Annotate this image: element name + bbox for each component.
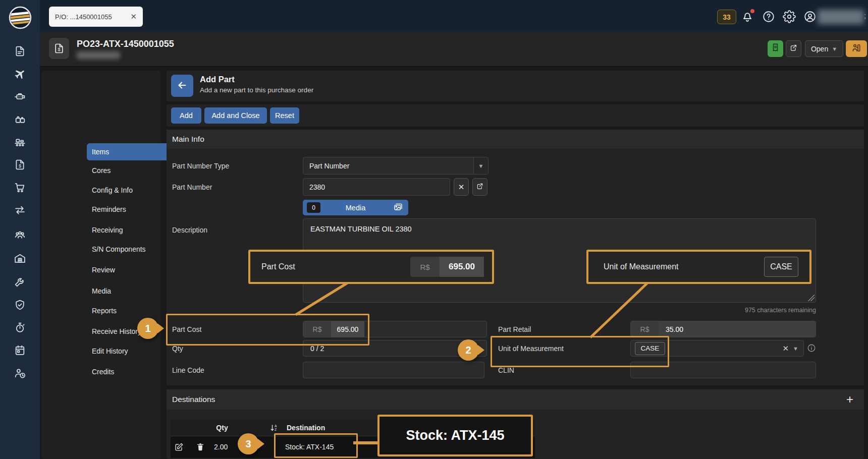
tab-purchase-order[interactable]: P/O: ...1450001055 ✕ [49,7,143,27]
sidebar-item-timers[interactable] [0,318,40,338]
nav-label: Edit History [92,347,128,355]
part-number-type-value: Part Number [309,162,349,170]
callout-part-cost-label: Part Cost [261,262,295,271]
bell-icon[interactable] [740,10,754,24]
chevron-down-icon: ▼ [832,46,837,52]
add-and-close-button[interactable]: Add and Close [204,107,267,124]
engine-icon [14,90,26,105]
nav-label: Reports [92,307,117,315]
handoff-button[interactable] [846,40,867,57]
part-cost-value: 695.00 [331,321,364,337]
redacted-subtitle [77,51,120,59]
purchase-order-doc-icon: $ [49,38,69,59]
sidebar-item-compliance[interactable] [0,296,40,316]
svg-text:$: $ [58,47,60,52]
sidebar-item-engines[interactable] [0,87,40,107]
open-dropdown-button[interactable]: Open▼ [805,40,843,57]
app-logo[interactable] [9,6,32,29]
open-external-button[interactable] [786,40,801,57]
qty-value: 0 / 2 [310,345,324,353]
people-icon [14,229,26,244]
shield-check-icon [14,299,26,313]
destinations-section-header: Destinations + [167,389,864,410]
uom-select[interactable]: CASE ✕ ▼ [630,340,804,357]
back-button[interactable] [171,75,193,97]
info-icon[interactable] [807,343,816,353]
callout-part-cost-value: 695.00 [440,257,484,277]
user-account-icon[interactable] [803,10,817,23]
callout-uom-label: Unit of Measurement [604,262,679,271]
sidebar-item-packages[interactable] [0,110,40,130]
sidebar-item-documents[interactable] [0,42,40,62]
media-button-label: Media [346,204,366,212]
stopwatch-icon [14,321,26,336]
wrench-icon [14,275,26,290]
help-icon[interactable] [762,10,775,23]
chevron-down-icon[interactable]: ▼ [793,346,798,352]
file-icon [14,45,26,60]
chevron-down-icon[interactable]: ▼ [473,157,488,174]
destination-column-header[interactable]: Destination [287,424,325,432]
edit-icon[interactable] [174,442,184,454]
trash-icon[interactable] [196,442,205,453]
cut-off-text: ; [864,11,866,20]
line-code-input[interactable] [303,362,484,378]
nav-label: Receive History [92,327,141,335]
panel-title: Add Part [200,75,235,84]
gear-icon[interactable] [783,10,796,23]
resize-grip[interactable] [808,295,815,301]
sidebar-item-people[interactable] [0,226,40,246]
media-button[interactable]: 0 Media [303,200,408,215]
part-retail-input[interactable]: R$ 35.00 [630,321,816,337]
add-button[interactable]: Add [171,107,201,124]
person-time-icon [14,367,26,381]
sidebar-item-calendar[interactable] [0,341,40,361]
sidebar-item-transfers[interactable] [0,201,40,221]
part-cost-input[interactable]: R$ 695.00 [303,321,487,337]
characters-remaining: 975 characters remaining [606,307,816,314]
nav-label: Credits [92,368,114,376]
description-label: Description [172,226,207,234]
packages-icon [14,113,26,128]
line-code-label: Line Code [172,366,204,374]
receipt-button[interactable] [768,40,783,57]
callout-uom-value: CASE [764,257,798,277]
sort-icon[interactable]: AZ [269,423,279,435]
clin-input[interactable] [630,362,816,378]
transfer-arrows-icon [14,204,26,218]
part-number-label: Part Number [172,183,212,191]
reset-button[interactable]: Reset [270,107,299,124]
sidebar-item-maintenance[interactable] [0,272,40,293]
sidebar-item-hangar[interactable] [0,249,40,269]
tab-close-icon[interactable]: ✕ [130,12,137,21]
sidebar-item-shopping[interactable] [0,178,40,198]
person-export-icon [851,43,861,55]
sidebar-item-purchase-orders[interactable]: $ [0,155,40,176]
add-part-header-panel: Add Part Add a new part to this purchase… [167,71,864,101]
nav-label: Reminders [92,205,126,213]
sidebar-item-flights[interactable] [0,65,40,85]
clear-uom-icon[interactable]: ✕ [783,344,789,353]
nav-label: Media [92,287,111,295]
part-number-input[interactable]: 2380 [303,178,450,196]
part-retail-label: Part Retail [498,325,531,333]
qty-column-header[interactable]: Qty [208,424,236,432]
clear-part-number-button[interactable]: ✕ [454,178,469,196]
sidebar-item-personnel-time[interactable] [0,364,40,384]
uom-value-chip: CASE [635,342,665,355]
redacted-username [818,10,864,24]
callout-destination: Stock: ATX-145 [377,415,533,456]
media-icon [393,202,403,214]
add-destination-button[interactable]: + [843,392,857,407]
page-title: PO23-ATX-1450001055 [77,39,174,49]
app-window: $ P/O: ...1450001055 ✕ 33 ; $ PO23-ATX-1… [0,0,868,459]
uom-label: Unit of Measurement [498,345,564,353]
open-part-button[interactable] [472,178,487,196]
cart-icon [14,181,26,196]
part-number-type-select[interactable]: Part Number ▼ [303,157,489,175]
callout-uom: Unit of Measurement CASE [586,250,811,284]
sidebar-item-inventory[interactable] [0,133,40,153]
annotation-marker-2: 2 [458,339,479,361]
part-cost-label: Part Cost [172,325,201,333]
notification-count-badge[interactable]: 33 [717,10,736,24]
